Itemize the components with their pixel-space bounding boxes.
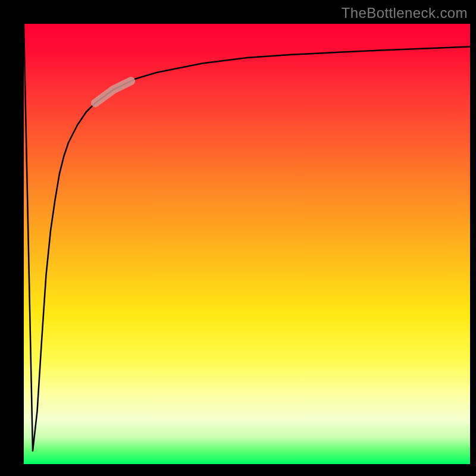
- bottleneck-curve: [24, 24, 470, 451]
- highlight-segment: [95, 81, 131, 103]
- curve-layer: [24, 24, 470, 464]
- watermark-label: TheBottleneck.com: [342, 5, 468, 21]
- chart-frame: TheBottleneck.com: [0, 0, 476, 476]
